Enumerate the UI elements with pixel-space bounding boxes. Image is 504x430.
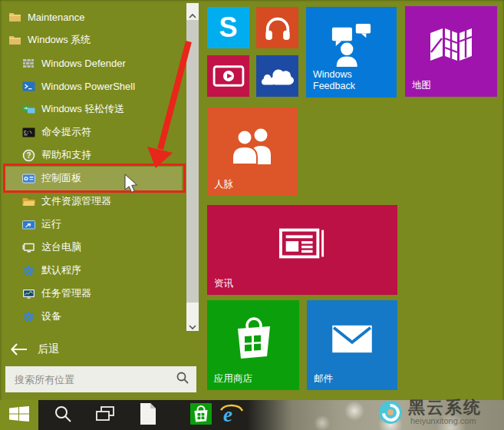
tile-maps[interactable]: 地图 <box>405 6 497 97</box>
scroll-down-icon[interactable] <box>189 319 196 326</box>
menu-item-label: 命令提示符 <box>41 125 91 139</box>
tile-store[interactable]: 应用商店 <box>207 300 299 390</box>
menu-item-label: 设备 <box>41 309 61 323</box>
tile-mail[interactable]: 邮件 <box>307 300 397 390</box>
menu-item-windows-powershell[interactable]: Windows PowerShell <box>0 74 206 98</box>
video-icon <box>207 55 249 97</box>
tile-label: 邮件 <box>314 373 333 385</box>
internet-explorer-icon: e <box>219 401 244 430</box>
menu-scrollbar[interactable] <box>186 3 199 331</box>
store-icon <box>190 403 212 428</box>
menu-item-default-programs[interactable]: 默认程序 <box>0 259 206 282</box>
document-icon <box>139 402 157 428</box>
taskbar-internet-explorer-button[interactable]: e <box>218 400 245 430</box>
task-manager-icon <box>21 286 35 300</box>
tile-label: 资讯 <box>214 278 233 290</box>
menu-item-label: 默认程序 <box>41 263 81 277</box>
tile-label: 地图 <box>412 80 431 92</box>
tile-onedrive[interactable] <box>256 55 298 97</box>
skype-icon: S <box>207 7 249 48</box>
scroll-up-icon[interactable] <box>189 8 196 15</box>
menu-item-maintenance[interactable]: Maintenance <box>0 5 192 28</box>
folder-icon <box>8 33 21 47</box>
back-label: 后退 <box>38 342 59 356</box>
tile-video[interactable] <box>207 55 249 97</box>
menu-item-this-pc[interactable]: 这台电脑 <box>0 236 206 259</box>
tile-label: Windows Feedback <box>313 69 370 93</box>
back-arrow-icon <box>10 342 28 356</box>
control-panel-icon <box>21 171 35 185</box>
svg-text:?: ? <box>26 151 31 160</box>
menu-item-label: 文件资源管理器 <box>41 194 111 208</box>
menu-item-label: 控制面板 <box>41 171 81 185</box>
newspaper-icon <box>207 205 397 281</box>
windows-logo-icon <box>9 406 29 425</box>
menu-item-file-explorer[interactable]: 文件资源管理器 <box>0 190 206 213</box>
tile-people[interactable]: 人脉 <box>207 108 298 196</box>
gear-icon <box>21 309 35 323</box>
menu-item-windows-system[interactable]: Windows 系统 <box>0 28 192 51</box>
menu-item-label: 任务管理器 <box>41 286 91 300</box>
search-icon <box>54 405 72 426</box>
help-icon: ? <box>21 148 35 162</box>
command-prompt-icon: C:\ <box>21 125 35 139</box>
tile-label: 人脉 <box>214 179 233 191</box>
back-button[interactable]: 后退 <box>10 339 59 359</box>
search-box <box>5 366 196 392</box>
envelope-icon <box>307 300 397 376</box>
taskbar-search-button[interactable] <box>49 400 77 430</box>
menu-item-label: Windows 轻松传送 <box>41 102 124 116</box>
menu-item-easy-transfer[interactable]: Windows 轻松传送 <box>0 98 206 121</box>
tile-music[interactable] <box>256 7 298 48</box>
tile-label: 应用商店 <box>214 373 252 385</box>
menu-item-label: 这台电脑 <box>41 240 81 254</box>
tile-windows-feedback[interactable]: Windows Feedback <box>306 7 397 98</box>
run-icon <box>21 217 35 231</box>
search-input[interactable] <box>13 373 176 386</box>
search-icon[interactable] <box>176 372 189 387</box>
tile-skype[interactable]: S <box>207 7 249 48</box>
this-pc-icon <box>21 240 35 254</box>
menu-item-windows-defender[interactable]: Windows Defender <box>0 51 206 74</box>
menu-item-label: 运行 <box>41 217 61 231</box>
menu-item-label: Windows Defender <box>41 58 126 69</box>
tile-news[interactable]: 资讯 <box>207 205 397 295</box>
onedrive-clouds-icon <box>256 55 298 97</box>
taskbar: e <box>0 400 504 430</box>
menu-item-label: 帮助和支持 <box>41 148 91 162</box>
file-explorer-icon <box>21 194 35 208</box>
menu-item-label: Windows 系统 <box>28 33 91 47</box>
headphones-icon <box>256 7 298 48</box>
easy-transfer-icon <box>21 102 35 116</box>
start-button[interactable] <box>0 400 38 430</box>
svg-text:C:\: C:\ <box>24 129 32 134</box>
task-view-icon <box>95 405 115 425</box>
scrollbar-thumb[interactable] <box>186 20 199 303</box>
menu-item-command-prompt[interactable]: C:\ 命令提示符 <box>0 121 206 144</box>
menu-item-label: Windows PowerShell <box>41 81 135 92</box>
menu-item-task-manager[interactable]: 任务管理器 <box>0 282 206 305</box>
taskbar-document-button[interactable] <box>134 400 162 430</box>
defender-icon <box>21 56 35 70</box>
gear-icon <box>21 263 35 277</box>
start-menu-screen: Maintenance Windows 系统 Windows Defender … <box>0 0 504 430</box>
menu-item-help-support[interactable]: ? 帮助和支持 <box>0 144 206 167</box>
menu-item-devices[interactable]: 设备 <box>0 305 206 328</box>
taskbar-task-view-button[interactable] <box>91 400 119 430</box>
folder-icon <box>8 10 21 24</box>
powershell-icon <box>21 79 35 93</box>
menu-item-run[interactable]: 运行 <box>0 213 206 236</box>
taskbar-store-button[interactable] <box>187 400 215 430</box>
store-bag-icon <box>207 300 299 376</box>
map-icon <box>405 6 497 83</box>
menu-item-control-panel[interactable]: 控制面板 <box>0 167 206 190</box>
menu-item-label: Maintenance <box>28 12 84 23</box>
people-icon <box>207 108 298 182</box>
